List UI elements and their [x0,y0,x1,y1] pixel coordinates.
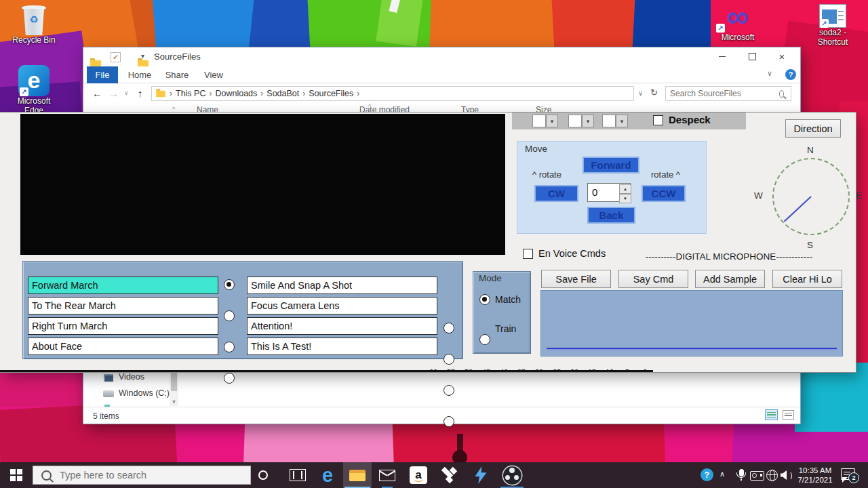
details-view-toggle[interactable] [765,409,778,420]
combo-box[interactable] [602,115,616,127]
command-field[interactable]: About Face [28,338,218,355]
command-radio[interactable] [443,416,454,427]
command-field[interactable]: Smile And Snap A Shot [247,277,437,294]
tray-microphone-icon[interactable] [736,469,747,481]
desktop-icon-soda2[interactable]: ↗ soda2 - Shortcut [803,4,863,47]
mode-train-radio[interactable] [479,334,490,345]
help-icon[interactable]: ? [785,69,796,80]
tab-view[interactable]: View [199,66,229,83]
command-field[interactable]: Forward March [28,277,218,294]
rotate-spinner[interactable]: 0 ▲ ▼ [587,183,631,202]
tray-network-icon[interactable] [766,470,778,481]
command-radio[interactable] [443,354,454,365]
taskbar-bolt-icon[interactable] [467,462,495,488]
taskbar-amazon-icon[interactable]: a [404,462,433,488]
infinity-icon: ∞ ↗ [717,3,758,33]
command-field[interactable]: Right Turn March [28,317,218,335]
breadcrumb-sourcefiles[interactable]: SourceFiles [309,89,353,98]
sidebar-item-videos[interactable]: Videos [119,372,144,382]
tray-device-icon[interactable] [750,471,764,481]
command-radio[interactable] [443,385,454,396]
command-field[interactable]: Attention! [247,317,437,335]
command-field[interactable]: To The Rear March [28,297,218,314]
spinner-down-icon[interactable]: ▼ [619,194,631,203]
tab-home[interactable]: Home [124,66,155,83]
qat-chevron-down-icon[interactable]: ▾ [141,52,144,60]
taskbar-edge-icon[interactable]: e [313,462,342,488]
mode-match-radio[interactable] [479,294,490,305]
address-dropdown-chevron-icon[interactable]: ∨ [638,89,643,97]
close-button[interactable]: × [767,47,797,66]
desktop-icon-microsoft[interactable]: ∞ ↗ Microsoft [708,3,768,42]
start-button[interactable] [0,462,33,488]
breadcrumb[interactable]: › This PC › Downloads › SodaBot › Source… [151,86,634,101]
command-radio[interactable] [224,279,235,290]
breadcrumb-downloads[interactable]: Downloads [215,89,257,98]
qat-checkmark-icon[interactable]: ✓ [111,52,121,62]
window-bottom-edge [0,370,653,372]
taskbar-obs-icon[interactable] [498,462,526,488]
recent-chevron-icon[interactable]: ∨ [124,89,129,96]
despeck-checkbox[interactable] [653,115,663,125]
command-field[interactable]: Focus Camera Lens [247,297,437,314]
en-voice-checkbox[interactable] [523,249,533,259]
minimize-button[interactable] [707,47,737,66]
ccw-button[interactable]: CCW [642,185,686,202]
action-center-icon[interactable]: 2 [841,468,855,480]
sort-chevron-icon[interactable]: ^ [172,106,175,113]
tray-volume-icon[interactable] [781,470,792,480]
tab-share[interactable]: Share [161,66,193,83]
cw-button[interactable]: CW [534,185,578,202]
taskbar-search[interactable] [33,466,251,485]
spinner-buttons[interactable]: ▲ ▼ [619,184,630,201]
back-icon[interactable]: ← [92,87,102,99]
clear-hi-lo-button[interactable]: Clear Hi Lo [772,270,842,288]
scrollbar-thumb[interactable] [171,372,177,391]
save-file-button[interactable]: Save File [541,270,611,288]
tray-help-icon[interactable]: ? [701,468,713,481]
ribbon-expand-chevron-icon[interactable]: ∨ [767,69,772,78]
up-icon[interactable]: ↑ [138,87,143,99]
forward-button[interactable]: Forward [583,157,639,174]
desktop-icon-edge[interactable]: e ↗ Microsoft Edge [4,65,64,115]
desktop-icon-recycle-bin[interactable]: ♻ Recycle Bin [4,4,64,45]
digital-microphone-banner: ----------DIGITAL MICROPHONE------------ [610,251,848,262]
command-field[interactable]: This Is A Test! [247,338,437,355]
search-box[interactable] [665,86,791,101]
command-radio[interactable] [224,342,235,352]
taskbar-explorer-icon[interactable] [343,462,372,488]
search-input[interactable] [666,89,779,98]
refresh-icon[interactable]: ↻ [650,87,658,98]
task-view-icon[interactable] [283,462,312,488]
tray-clock[interactable]: 10:35 AM 7/21/2021 [795,466,835,485]
sidebar-scrollbar[interactable]: ∨ [170,372,178,406]
direction-button[interactable]: Direction [785,119,841,138]
back-button[interactable]: Back [587,207,635,224]
spinner-up-icon[interactable]: ▲ [619,184,631,194]
tab-file[interactable]: File [87,66,118,83]
tray-chevron-up-icon[interactable]: ∧ [719,470,725,479]
icons-view-toggle[interactable] [783,410,794,420]
command-radio[interactable] [224,310,235,321]
breadcrumb-sodabot[interactable]: SodaBot [267,89,299,98]
scrollbar-down-icon[interactable]: ∨ [170,396,178,406]
forward-icon[interactable]: → [108,87,119,99]
taskbar-dropbox-icon[interactable] [435,462,464,488]
taskbar-mail-icon[interactable] [373,462,401,488]
sidebar-item-windows-c[interactable]: Windows (C:) [119,388,170,398]
breadcrumb-this-pc[interactable]: This PC [176,89,205,98]
combo-chevron-icon[interactable]: ▾ [546,115,558,127]
combo-box[interactable] [532,115,546,127]
add-sample-button[interactable]: Add Sample [695,270,765,288]
explorer-titlebar[interactable]: ✓ ▾ SourceFiles × [83,47,800,66]
command-radio[interactable] [443,323,454,333]
combo-chevron-icon[interactable]: ▾ [582,115,594,127]
breadcrumb-folder-icon [156,90,165,96]
command-radio[interactable] [224,373,235,384]
combo-chevron-icon[interactable]: ▾ [616,115,628,127]
combo-box[interactable] [568,115,582,127]
maximize-button[interactable] [737,47,767,66]
taskbar-search-input[interactable] [58,469,250,481]
cortana-icon[interactable] [258,470,268,480]
say-cmd-button[interactable]: Say Cmd [618,270,688,288]
